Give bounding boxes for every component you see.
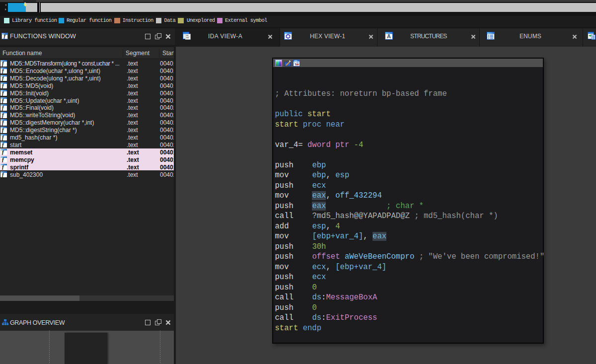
svg-text:A: A [387,33,391,39]
